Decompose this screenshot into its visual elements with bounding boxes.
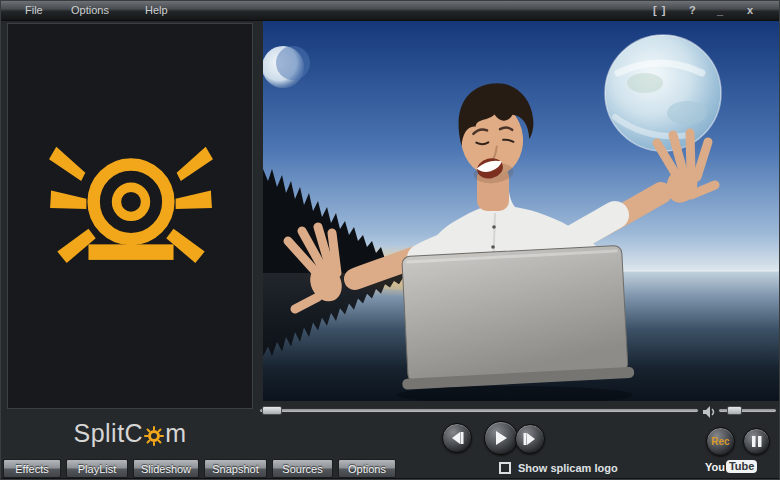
sun-icon [144,426,164,446]
seek-handle[interactable] [262,406,282,415]
play-icon [495,431,507,445]
pause-button[interactable] [743,428,770,455]
splitcam-window: File Options Help [ ] ? _ x [0,0,780,480]
menu-options[interactable]: Options [67,4,113,16]
secondary-preview-panel [7,23,253,409]
splitcam-logo: SplitC m [7,413,253,453]
show-logo-label: Show splicam logo [518,462,618,474]
prev-track-icon [450,432,464,444]
next-track-icon [523,433,537,445]
record-button[interactable]: Rec [706,427,735,456]
tab-playlist[interactable]: PlayList [66,459,128,478]
previous-button[interactable] [442,423,472,453]
tab-slideshow[interactable]: Slideshow [133,459,199,478]
minimize-button[interactable]: _ [717,4,724,16]
youtube-you-text: You [705,461,725,473]
fullscreen-button[interactable]: [ ] [653,4,666,16]
tab-bar: Effects PlayList Slideshow Snapshot Sour… [3,459,396,478]
next-button[interactable] [515,424,545,454]
menu-bar: File Options Help [ ] ? _ x [1,1,780,21]
logo-text-before: SplitC [73,419,143,448]
tab-options[interactable]: Options [338,459,396,478]
speaker-icon [703,404,716,416]
menu-help[interactable]: Help [141,4,172,16]
volume-handle[interactable] [727,406,742,415]
menu-file[interactable]: File [21,4,47,16]
close-button[interactable]: x [747,4,754,16]
seek-bar[interactable] [259,408,699,413]
pause-icon [752,436,762,447]
logo-text-after: m [165,419,186,448]
youtube-tube-text: Tube [726,460,757,473]
youtube-logo[interactable]: You Tube [705,460,757,473]
webcam-rays-icon [48,139,214,275]
tab-effects[interactable]: Effects [3,459,61,478]
window-help-button[interactable]: ? [689,4,697,16]
tab-sources[interactable]: Sources [272,459,333,478]
tab-snapshot[interactable]: Snapshot [204,459,267,478]
show-logo-checkbox[interactable] [499,462,511,474]
play-button[interactable] [484,421,518,455]
video-preview[interactable] [263,21,779,401]
